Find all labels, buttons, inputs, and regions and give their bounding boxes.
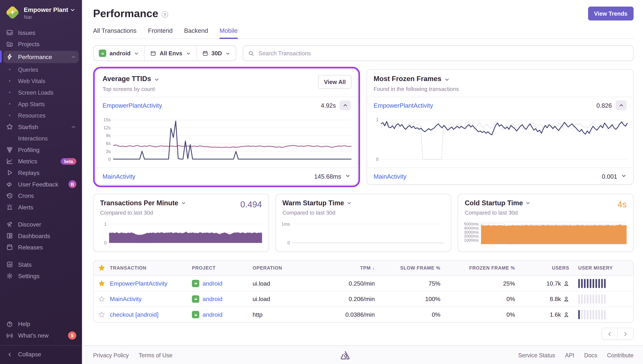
transaction-link[interactable]: EmpowerPlantActivity <box>110 280 192 286</box>
sidebar-item-settings[interactable]: Settings <box>0 270 82 282</box>
tab-frontend[interactable]: Frontend <box>148 27 173 38</box>
android-icon <box>192 280 199 287</box>
tpm-chart: 10 <box>97 222 263 248</box>
sidebar-item-issues[interactable]: Issues <box>0 27 82 38</box>
transaction-link[interactable]: checkout [android] <box>110 311 192 318</box>
terms-of-use-link[interactable]: Terms of Use <box>139 352 172 358</box>
table-row: MainActivity android ui.load 0.206/min 1… <box>93 291 633 307</box>
environment-filter[interactable]: All Envs <box>145 46 197 60</box>
sidebar-collapse-button[interactable]: Collapse <box>0 348 82 360</box>
sidebar-item-queries[interactable]: Queries <box>0 64 82 75</box>
star-header-icon[interactable] <box>93 265 110 271</box>
performance-icon <box>6 53 13 60</box>
sort-arrow-icon: ↓ <box>372 266 375 270</box>
api-link[interactable]: API <box>565 352 574 358</box>
transaction-link[interactable]: MainActivity <box>103 173 135 180</box>
privacy-policy-link[interactable]: Privacy Policy <box>93 352 129 358</box>
service-status-link[interactable]: Service Status <box>518 352 555 358</box>
chevron-down-icon[interactable] <box>154 76 160 82</box>
next-page-button[interactable] <box>618 328 633 340</box>
sidebar-item-app-starts[interactable]: App Starts <box>0 98 82 110</box>
clock-icon <box>6 192 13 199</box>
sidebar-item-resources[interactable]: Resources <box>0 110 82 121</box>
contribute-link[interactable]: Contribute <box>607 352 633 358</box>
tpm-sort-header[interactable]: TPM ↓ <box>319 266 377 270</box>
siren-icon <box>6 204 13 210</box>
chevron-down-icon[interactable] <box>525 200 531 206</box>
collapse-toggle[interactable] <box>340 100 351 110</box>
sidebar-item-dashboards[interactable]: Dashboards <box>0 230 82 242</box>
issues-icon <box>6 29 13 36</box>
view-all-button[interactable]: View All <box>318 75 352 89</box>
project-link[interactable]: android <box>192 295 252 302</box>
docs-link[interactable]: Docs <box>584 352 597 358</box>
expand-toggle[interactable] <box>345 173 351 180</box>
telescope-icon <box>6 221 13 228</box>
tab-all-transactions[interactable]: All Transactions <box>93 27 137 38</box>
star-icon-filled[interactable] <box>93 280 110 286</box>
frozen-frames-chart: 10 <box>370 114 629 164</box>
sidebar-item-help[interactable]: Help <box>0 318 82 330</box>
sidebar-item-profiling[interactable]: Profiling <box>0 144 82 156</box>
table-row: checkout [android] android http 0.0386/m… <box>93 307 633 322</box>
user-icon <box>563 312 569 318</box>
expand-toggle[interactable] <box>621 173 626 180</box>
chevron-down-icon[interactable] <box>347 200 352 206</box>
tab-backend[interactable]: Backend <box>184 27 208 38</box>
sidebar-item-web-vitals[interactable]: Web Vitals <box>0 75 82 87</box>
sidebar-item-crons[interactable]: Crons <box>0 190 82 202</box>
star-icon-outline[interactable] <box>93 296 110 302</box>
accordion-row: MainActivity 0.001 <box>367 168 633 184</box>
transaction-link[interactable]: EmpowerPlantActivity <box>103 102 162 108</box>
sidebar-item-alerts[interactable]: Alerts <box>0 201 82 213</box>
sidebar-item-projects[interactable]: Projects <box>0 38 82 50</box>
project-filter[interactable]: android <box>93 46 145 60</box>
org-logo <box>6 6 20 20</box>
users-cell: 1.6k <box>550 311 561 318</box>
sidebar-item-replays[interactable]: Replays <box>0 167 82 178</box>
chevron-down-icon[interactable] <box>181 200 186 206</box>
transaction-link[interactable]: MainActivity <box>374 173 406 180</box>
chevron-down-icon[interactable] <box>444 76 450 82</box>
svg-text:0: 0 <box>287 240 290 245</box>
sidebar-item-releases[interactable]: Releases <box>0 242 82 253</box>
transaction-link[interactable]: MainActivity <box>110 296 192 302</box>
window-icon <box>150 50 156 56</box>
chevron-up-icon <box>71 124 76 130</box>
page-help-icon[interactable]: ? <box>161 11 168 18</box>
star-icon-outline[interactable] <box>93 311 110 318</box>
accordion-row: MainActivity 145.68ms <box>96 168 357 184</box>
sidebar-item-starfish[interactable]: Starfish <box>0 121 82 133</box>
tab-mobile[interactable]: Mobile <box>219 27 238 38</box>
project-link[interactable]: android <box>192 311 252 318</box>
bullet-icon <box>6 92 13 93</box>
chevron-down-icon <box>134 51 139 56</box>
sidebar-item-performance[interactable]: Performance <box>3 51 79 63</box>
collapse-toggle[interactable] <box>615 100 626 110</box>
sentry-logo-icon <box>340 350 351 360</box>
svg-text:1: 1 <box>376 117 378 122</box>
chevron-up-icon <box>71 54 76 60</box>
search-input[interactable] <box>258 50 628 57</box>
date-range-filter[interactable]: 30D <box>197 46 236 60</box>
sidebar-item-user-feedback[interactable]: User Feedback B <box>0 178 82 190</box>
profiling-icon <box>6 146 13 153</box>
project-link[interactable]: android <box>192 280 252 287</box>
gear-icon <box>6 272 13 280</box>
sidebar-item-metrics[interactable]: Metrics beta <box>0 156 82 167</box>
sidebar-item-whats-new[interactable]: What's new 5 <box>0 330 82 341</box>
sidebar-item-discover[interactable]: Discover <box>0 218 82 230</box>
star-icon <box>6 123 13 130</box>
android-icon <box>192 295 199 302</box>
chevron-down-icon <box>70 7 76 13</box>
cold-startup-chart: 5000ms4000ms3000ms2000ms1000ms <box>462 220 628 249</box>
sidebar-item-stats[interactable]: Stats <box>0 259 82 270</box>
svg-text:1000ms: 1000ms <box>464 238 479 242</box>
org-switcher[interactable]: Empower Plant Nar <box>0 0 82 25</box>
transaction-link[interactable]: EmpowerPlantActivity <box>374 102 433 108</box>
transactions-table: TRANSACTION PROJECT OPERATION TPM ↓ SLOW… <box>93 260 633 323</box>
prev-page-button[interactable] <box>602 328 618 340</box>
sidebar-item-screen-loads[interactable]: Screen Loads <box>0 86 82 98</box>
view-trends-button[interactable]: View Trends <box>588 6 633 20</box>
sidebar-item-interactions[interactable]: Interactions <box>0 133 82 144</box>
